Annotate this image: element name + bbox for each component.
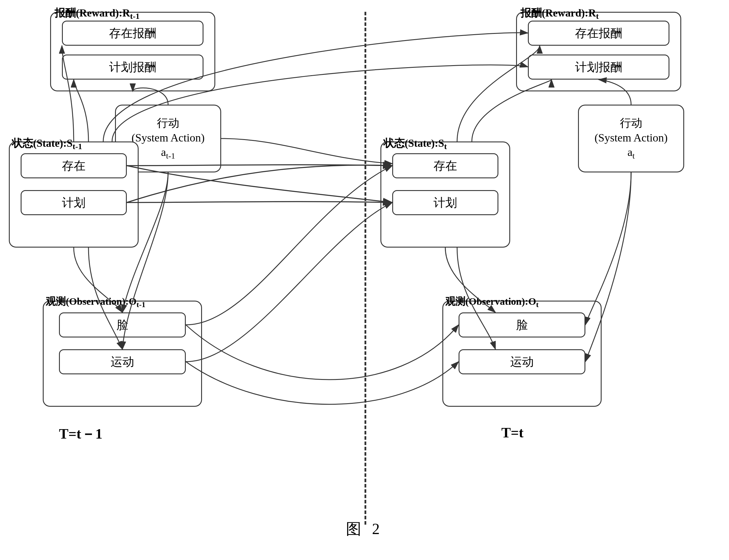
- left-obs-item1: 脸: [59, 312, 186, 337]
- left-reward-label: 报酬(Reward):Rt-1: [55, 6, 140, 21]
- left-obs-item2: 运动: [59, 349, 186, 374]
- right-time-label: T=t: [501, 424, 524, 441]
- right-state-item2: 计划: [392, 190, 498, 215]
- right-obs-item2: 运动: [459, 349, 585, 374]
- diagram-container: 报酬(Reward):Rt-1 存在报酬 计划报酬 行动 (System Act…: [0, 0, 729, 560]
- right-state-item1: 存在: [392, 153, 498, 178]
- left-reward-item1: 存在报酬: [62, 21, 203, 46]
- left-obs-label: 观测(Observation):Ot-1: [46, 295, 145, 309]
- left-state-item1: 存在: [21, 153, 127, 178]
- right-reward-label: 报酬(Reward):Rt: [521, 6, 599, 21]
- left-time-label: T=t－1: [59, 424, 102, 443]
- left-state-item2: 计划: [21, 190, 127, 215]
- right-state-label: 状态(State):St: [384, 136, 447, 151]
- left-reward-item2: 计划报酬: [62, 55, 203, 80]
- right-action-box: 行动 (System Action) at: [578, 105, 684, 172]
- center-divider: [364, 12, 366, 525]
- right-reward-item2: 计划报酬: [528, 55, 669, 80]
- right-obs-item1: 脸: [459, 312, 585, 337]
- figure-caption: 图 2: [0, 519, 729, 539]
- left-state-label: 状态(State):St-1: [12, 136, 82, 151]
- right-obs-label: 观测(Observation):Ot: [445, 295, 539, 309]
- right-reward-item1: 存在报酬: [528, 21, 669, 46]
